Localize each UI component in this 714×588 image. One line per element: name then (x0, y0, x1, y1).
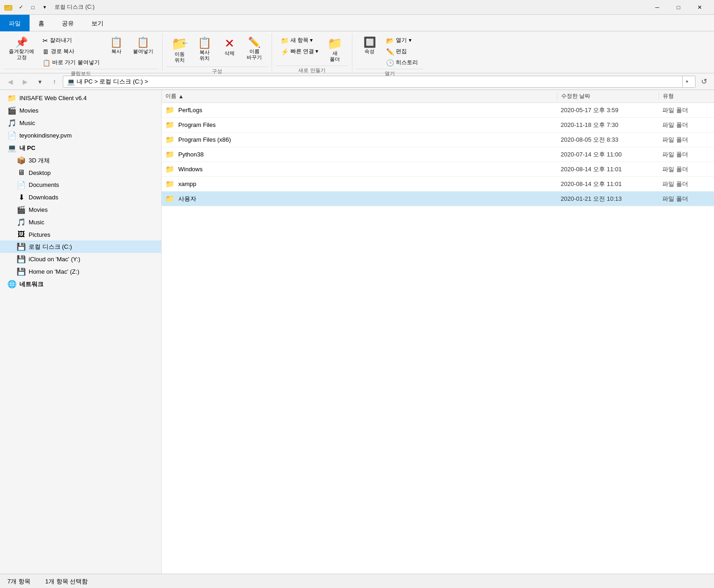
sidebar-item-6[interactable]: 🖥Desktop (0, 167, 161, 179)
file-row-4[interactable]: 📁Windows2020-08-14 오후 11:01파일 폴더 (162, 162, 714, 177)
sidebar-item-11[interactable]: 🖼Pictures (0, 228, 161, 240)
file-date-0: 2020-05-17 오후 3:59 (557, 106, 659, 114)
rename-button[interactable]: ✏️ 이름바꾸기 (243, 35, 266, 63)
file-row-2[interactable]: 📁Program Files (x86)2020-08-05 오전 8:33파일… (162, 132, 714, 147)
file-row-3[interactable]: 📁Python382020-07-14 오후 11:00파일 폴더 (162, 147, 714, 162)
quick-undo-button[interactable]: □ (28, 2, 38, 12)
copy-to-button[interactable]: 📋 복사위치 (193, 35, 216, 64)
new-items: 📁 새 항목 ▾ ⚡ 빠른 연결 ▾ 📁 새폴더 (276, 33, 349, 66)
copy-to-icon: 📋 (198, 37, 212, 48)
sidebar-item-1[interactable]: 🎬Movies (0, 104, 161, 117)
ribbon-group-new: 📁 새 항목 ▾ ⚡ 빠른 연결 ▾ 📁 새폴더 새로 만들기 (272, 33, 353, 71)
ribbon-group-open: 🔲 속성 📂 열기 ▾ ✏️ 편집 🕒 히스토리 (352, 33, 427, 71)
window-controls[interactable]: ─ □ ✕ (647, 0, 710, 15)
sidebar-item-4[interactable]: 💻내 PC (0, 142, 161, 154)
file-type-4: 파일 폴더 (659, 165, 714, 174)
close-button[interactable]: ✕ (689, 0, 710, 15)
title-bar-quick-buttons[interactable]: ✓ □ ▾ (16, 2, 50, 12)
sidebar-item-0[interactable]: 📁INISAFE Web Client v6.4 (0, 92, 161, 104)
file-date-2: 2020-08-05 오전 8:33 (557, 136, 659, 144)
sidebar-item-3[interactable]: 📄teyonkindisney.pvm (0, 129, 161, 142)
sidebar-item-icon-8: ⬇ (17, 193, 26, 202)
paste-button[interactable]: 📋 붙여넣기 (130, 35, 157, 57)
sidebar-item-icon-9: 🎬 (17, 205, 26, 214)
pin-label: 즐겨찾기에고정 (9, 48, 34, 60)
up-button[interactable]: ↑ (48, 75, 61, 88)
delete-button[interactable]: ✕ 삭제 (218, 35, 241, 59)
folder-icon-4: 📁 (165, 165, 175, 174)
sidebar-item-label-6: Desktop (29, 169, 51, 176)
address-box[interactable]: 💻 내 PC > 로컬 디스크 (C:) > ▾ (63, 76, 696, 88)
tab-file[interactable]: 파일 (0, 15, 30, 31)
sidebar-item-12[interactable]: 💾로컬 디스크 (C:) (0, 240, 161, 253)
sidebar-item-icon-12: 💾 (17, 242, 26, 251)
sidebar-item-14[interactable]: 💾Home on 'Mac' (Z:) (0, 265, 161, 278)
address-chevron[interactable]: ▾ (682, 76, 691, 87)
ribbon-group-organize: 📁 ← 이동위치 📋 복사위치 ✕ 삭제 ✏️ 이름바 (163, 33, 272, 71)
cut-button[interactable]: ✂ 잘라내기 (39, 35, 103, 46)
sidebar-item-13[interactable]: 💾iCloud on 'Mac' (Y:) (0, 253, 161, 265)
maximize-button[interactable]: □ (668, 0, 689, 15)
copy-path-button[interactable]: 🗏 경로 복사 (39, 46, 103, 57)
new-item-button[interactable]: 📁 새 항목 ▾ (278, 35, 322, 46)
sidebar-item-icon-6: 🖥 (17, 168, 26, 177)
file-row-6[interactable]: 📁사용자2020-01-21 오전 10:13파일 폴더 (162, 192, 714, 206)
file-date-4: 2020-08-14 오후 11:01 (557, 165, 659, 174)
quick-access-button[interactable]: ✓ (16, 2, 26, 12)
file-row-1[interactable]: 📁Program Files2020-11-18 오후 7:30파일 폴더 (162, 118, 714, 132)
move-to-label: 이동위치 (175, 51, 185, 63)
copy-to-label: 복사위치 (200, 49, 210, 61)
sidebar-item-2[interactable]: 🎵Music (0, 117, 161, 129)
quick-dropdown-button[interactable]: ▾ (40, 2, 50, 12)
paste-label: 붙여넣기 (133, 48, 153, 54)
edit-button[interactable]: ✏️ 편집 (383, 46, 421, 57)
sidebar-item-8[interactable]: ⬇Downloads (0, 191, 161, 204)
history-button[interactable]: 🕒 히스토리 (383, 57, 421, 68)
quick-access-button2[interactable]: ⚡ 빠른 연결 ▾ (278, 46, 322, 57)
sidebar-item-label-4: 내 PC (19, 144, 36, 152)
file-name-text-3: Python38 (178, 151, 204, 158)
sidebar-item-7[interactable]: 📄Documents (0, 179, 161, 191)
col-type[interactable]: 유형 (659, 92, 714, 100)
copy-button[interactable]: 📋 복사 (105, 35, 128, 57)
file-row-5[interactable]: 📁xampp2020-08-14 오후 11:01파일 폴더 (162, 177, 714, 192)
tab-view[interactable]: 보기 (83, 15, 112, 31)
minimize-button[interactable]: ─ (647, 0, 668, 15)
properties-button[interactable]: 🔲 속성 (358, 35, 381, 57)
sidebar-item-label-10: Music (29, 219, 44, 226)
move-to-button[interactable]: 📁 ← 이동위치 (168, 35, 191, 66)
svg-rect-1 (5, 5, 8, 7)
col-date-label: 수정한 날짜 (561, 93, 590, 99)
sidebar-item-5[interactable]: 📦3D 개체 (0, 154, 161, 167)
col-name[interactable]: 이름 ▲ (162, 92, 557, 100)
sidebar-item-icon-2: 🎵 (7, 119, 17, 127)
refresh-button[interactable]: ↺ (697, 75, 710, 88)
col-date[interactable]: 수정한 날짜 (557, 92, 659, 100)
new-folder-button[interactable]: 📁 새폴더 (323, 35, 346, 65)
file-name-cell-4: 📁Windows (162, 165, 557, 174)
forward-button[interactable]: ▶ (18, 75, 31, 88)
file-row-0[interactable]: 📁PerfLogs2020-05-17 오후 3:59파일 폴더 (162, 103, 714, 118)
sidebar-item-label-13: iCloud on 'Mac' (Y:) (29, 256, 80, 263)
tab-home[interactable]: 홈 (30, 15, 53, 31)
new-col: 📁 새 항목 ▾ ⚡ 빠른 연결 ▾ (278, 35, 322, 57)
window-title: 로컬 디스크 (C:) (54, 3, 95, 11)
sidebar-item-label-9: Movies (29, 206, 48, 213)
sidebar-item-9[interactable]: 🎬Movies (0, 204, 161, 216)
sidebar-item-15[interactable]: 🌐네트워크 (0, 278, 161, 290)
selected-count: 1개 항목 선택함 (45, 577, 88, 586)
open-button[interactable]: 📂 열기 ▾ (383, 35, 421, 46)
quick-access-icon: ⚡ (281, 48, 289, 55)
ribbon: 파일 홈 공유 보기 📌 즐겨찾기에고정 ✂ 잘라내기 🗏 경 (0, 15, 714, 73)
sidebar-item-label-15: 네트워크 (19, 280, 43, 288)
paste-shortcut-button[interactable]: 📋 바로 가기 붙여넣기 (39, 57, 103, 68)
quick-access-label: 빠른 연결 ▾ (290, 48, 319, 55)
tab-share[interactable]: 공유 (53, 15, 83, 31)
back-button[interactable]: ◀ (4, 75, 17, 88)
sidebar-item-label-0: INISAFE Web Client v6.4 (19, 95, 87, 102)
file-name-text-1: Program Files (178, 121, 216, 128)
nav-dropdown-button[interactable]: ▾ (33, 75, 46, 88)
pin-icon: 📌 (15, 37, 28, 48)
sidebar-item-10[interactable]: 🎵Music (0, 216, 161, 228)
pin-to-favorites-button[interactable]: 📌 즐겨찾기에고정 (6, 35, 37, 63)
